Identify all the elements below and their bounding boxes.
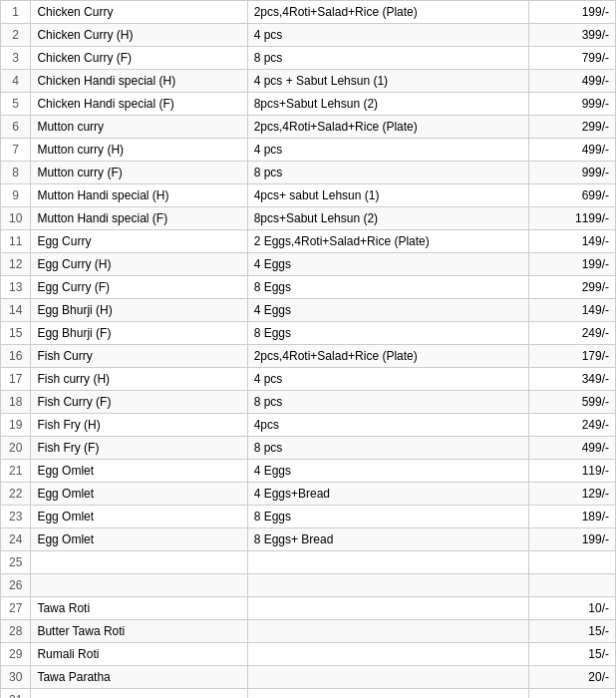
item-price: 249/- — [529, 322, 616, 345]
item-price: 299/- — [529, 276, 616, 299]
item-name: Egg Curry — [31, 230, 247, 253]
row-number: 3 — [1, 47, 31, 70]
item-name: Egg Bhurji (F) — [31, 322, 247, 345]
item-name: Egg Omlet — [31, 460, 247, 483]
row-number: 30 — [1, 666, 31, 689]
row-number: 16 — [1, 345, 31, 368]
item-name: Mutton curry (H) — [31, 139, 247, 162]
item-description: 8 pcs — [247, 162, 528, 184]
row-number: 2 — [1, 24, 31, 47]
item-name: Rumali Roti — [31, 643, 247, 666]
row-number: 9 — [1, 184, 31, 207]
item-name: Chicken Curry (F) — [31, 47, 247, 70]
row-number: 18 — [1, 391, 31, 414]
item-price: 20/- — [529, 666, 616, 689]
row-number: 25 — [1, 551, 31, 574]
item-name: Egg Curry (H) — [31, 253, 247, 276]
row-number: 6 — [1, 116, 31, 139]
row-number: 13 — [1, 276, 31, 299]
item-price: 699/- — [529, 184, 616, 207]
item-price: 199/- — [529, 528, 616, 551]
item-name: Mutton curry (F) — [31, 162, 247, 184]
item-description — [247, 597, 528, 620]
row-number: 27 — [1, 597, 31, 620]
item-description: 4pcs — [247, 414, 528, 437]
row-number: 4 — [1, 70, 31, 93]
row-number: 11 — [1, 230, 31, 253]
item-price: 1199/- — [529, 207, 616, 230]
item-price: 999/- — [529, 162, 616, 184]
row-number: 14 — [1, 299, 31, 322]
row-number: 7 — [1, 139, 31, 162]
item-price — [529, 551, 616, 574]
item-name: Butter Tawa Roti — [31, 620, 247, 643]
row-number: 5 — [1, 93, 31, 116]
item-description — [247, 620, 528, 643]
item-name: Fish curry (H) — [31, 368, 247, 391]
item-price: 10/- — [529, 597, 616, 620]
item-description: 8 Eggs — [247, 322, 528, 345]
item-price: 299/- — [529, 116, 616, 139]
item-price: 399/- — [529, 24, 616, 47]
item-description — [247, 689, 528, 699]
item-description: 2pcs,4Roti+Salad+Rice (Plate) — [247, 116, 528, 139]
item-description — [247, 551, 528, 574]
item-description: 4 pcs — [247, 139, 528, 162]
item-name: Chicken Curry — [31, 1, 247, 24]
item-name: Egg Curry (F) — [31, 276, 247, 299]
item-description: 4 Eggs+Bread — [247, 483, 528, 506]
row-number: 20 — [1, 437, 31, 460]
row-number: 31 — [1, 689, 31, 699]
item-name: Fish Curry — [31, 345, 247, 368]
item-name: Chicken Handi special (H) — [31, 70, 247, 93]
item-description: 4 Eggs — [247, 460, 528, 483]
row-number: 29 — [1, 643, 31, 666]
item-price: 129/- — [529, 483, 616, 506]
row-number: 17 — [1, 368, 31, 391]
row-number: 12 — [1, 253, 31, 276]
item-description — [247, 643, 528, 666]
row-number: 10 — [1, 207, 31, 230]
item-description: 8pcs+Sabut Lehsun (2) — [247, 207, 528, 230]
item-name: Egg Omlet — [31, 483, 247, 506]
item-name: Chicken Curry (H) — [31, 24, 247, 47]
item-name: Egg Omlet — [31, 506, 247, 528]
item-name: Tawa Paratha — [31, 666, 247, 689]
row-number: 26 — [1, 574, 31, 597]
item-price: 599/- — [529, 391, 616, 414]
item-name — [31, 551, 247, 574]
item-description: 4 pcs — [247, 368, 528, 391]
item-price: 799/- — [529, 47, 616, 70]
item-description: 4pcs+ sabut Lehsun (1) — [247, 184, 528, 207]
item-name: Mutton curry — [31, 116, 247, 139]
item-price: 249/- — [529, 414, 616, 437]
row-number: 15 — [1, 322, 31, 345]
item-name: Fish Fry (H) — [31, 414, 247, 437]
item-price — [529, 689, 616, 699]
item-description: 8 Eggs+ Bread — [247, 528, 528, 551]
item-name: Fish Curry (F) — [31, 391, 247, 414]
item-price: 15/- — [529, 643, 616, 666]
item-price: 189/- — [529, 506, 616, 528]
item-price: 499/- — [529, 437, 616, 460]
item-price: 15/- — [529, 620, 616, 643]
item-description: 4 Eggs — [247, 253, 528, 276]
item-description: 4 pcs — [247, 24, 528, 47]
row-number: 28 — [1, 620, 31, 643]
item-price: 179/- — [529, 345, 616, 368]
item-name: Egg Bhurji (H) — [31, 299, 247, 322]
row-number: 23 — [1, 506, 31, 528]
item-description — [247, 666, 528, 689]
item-description: 2pcs,4Roti+Salad+Rice (Plate) — [247, 1, 528, 24]
menu-table: 1Chicken Curry2pcs,4Roti+Salad+Rice (Pla… — [0, 0, 616, 698]
item-name: Egg Omlet — [31, 528, 247, 551]
item-price: 199/- — [529, 253, 616, 276]
item-price: 499/- — [529, 139, 616, 162]
item-name: Mutton Handi special (F) — [31, 207, 247, 230]
item-name — [31, 689, 247, 699]
item-description: 8 pcs — [247, 47, 528, 70]
item-price: 149/- — [529, 299, 616, 322]
item-price: 149/- — [529, 230, 616, 253]
row-number: 19 — [1, 414, 31, 437]
item-description: 8 Eggs — [247, 276, 528, 299]
